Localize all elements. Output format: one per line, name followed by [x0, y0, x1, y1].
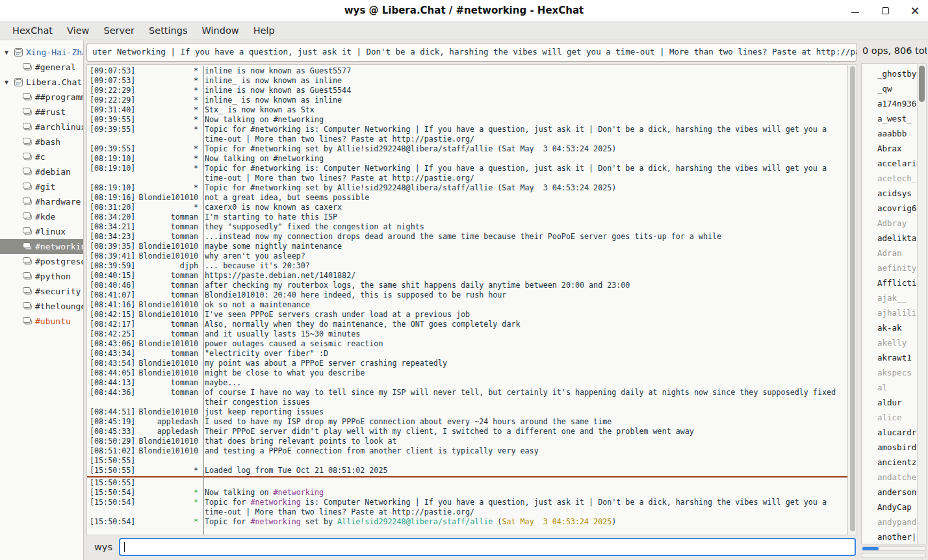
topic-input[interactable]: uter Networking | If you have a question… — [86, 43, 857, 62]
tree-channel-c[interactable]: #c — [0, 149, 83, 164]
user-Abrax[interactable]: Abrax — [862, 141, 917, 156]
user-aldur[interactable]: aldur — [862, 395, 917, 410]
user-aefinity[interactable]: aefinity — [862, 261, 917, 275]
menu-hexchat[interactable]: HexChat — [5, 23, 60, 38]
channel-label: #bash — [35, 137, 60, 147]
tree-network-xing-hai-zhan[interactable]: ▼Xing-Hai-Zhan — [0, 45, 83, 60]
user-another|[interactable]: another| — [862, 529, 917, 544]
user-ancientz[interactable]: ancientz — [862, 455, 917, 470]
userlist-scrollbar[interactable] — [917, 63, 927, 544]
channel-icon — [21, 138, 34, 146]
chat-message-row: [15:50:54]*Now talking on #networking — [87, 488, 847, 498]
tree-network-libera.chat[interactable]: ▼Libera.Chat — [0, 75, 83, 90]
nick: tomman — [136, 349, 198, 359]
nick: Blondie101010 — [136, 310, 198, 320]
menu-help[interactable]: Help — [246, 23, 282, 38]
tree-channel-linux[interactable]: #linux — [0, 224, 83, 239]
user-akelly[interactable]: akelly — [862, 335, 917, 350]
user-andypandy[interactable]: andypandy — [862, 515, 917, 529]
user-acetech_[interactable]: acetech_ — [862, 171, 917, 186]
user-alucardro[interactable]: alucardro — [862, 425, 917, 440]
maximize-icon[interactable] — [879, 4, 892, 17]
chat-message-row: [08:44:13]tommanmaybe... — [87, 378, 847, 388]
user-acovrig60[interactable]: acovrig60 — [862, 201, 917, 216]
user-ajak__[interactable]: ajak__ — [862, 290, 917, 305]
user-acidsys[interactable]: acidsys — [862, 186, 917, 201]
channel-label: ##rust — [35, 107, 66, 117]
menu-window[interactable]: Window — [195, 23, 246, 38]
expander-icon[interactable]: ▼ — [1, 49, 12, 56]
chat-scrollbar-thumb[interactable] — [850, 66, 855, 531]
tree-channel-archlinux[interactable]: #archlinux — [0, 120, 83, 134]
chat-message-row: [08:42:25]tommanand it usually lasts 15~… — [87, 329, 847, 339]
message-text: might be close to what you describe — [198, 368, 847, 378]
user-andatche[interactable]: andatche — [862, 470, 917, 485]
nick: Blondie101010 — [136, 300, 198, 310]
tree-channel-python[interactable]: #python — [0, 269, 83, 284]
minimize-icon[interactable] — [849, 4, 862, 17]
user-ajhalili2[interactable]: ajhalili2 — [862, 305, 917, 320]
user-Afflictio[interactable]: Afflictio — [862, 275, 917, 290]
tree-channel-security[interactable]: #security — [0, 284, 83, 299]
tree-channel-hardware[interactable]: #hardware — [0, 194, 83, 209]
tree-channel-postgresql[interactable]: #postgresql — [0, 254, 83, 269]
user-al[interactable]: al — [862, 380, 917, 395]
timestamp: [09:07:53] — [87, 66, 136, 76]
network-label: Xing-Hai-Zhan — [26, 47, 83, 57]
user-Adran[interactable]: Adran — [862, 246, 917, 261]
tree-channel-kde[interactable]: #kde — [0, 209, 83, 224]
user-a174n936[interactable]: a174n936 — [862, 96, 917, 111]
userlist-scrollbar-thumb[interactable] — [919, 66, 925, 102]
message-text: ... because it's 20:30? — [198, 261, 847, 271]
message-text: not a great idea, but seems possible — [198, 193, 847, 203]
user-anderson[interactable]: anderson — [862, 485, 917, 500]
user-akspecs[interactable]: akspecs — [862, 365, 917, 380]
tree-channel-thelounge[interactable]: #thelounge — [0, 299, 83, 314]
network-icon — [12, 78, 25, 86]
user-accelario[interactable]: accelario — [862, 156, 917, 171]
chat-message-row: [08:40:15]tommanhttps://paste.debian.net… — [87, 271, 847, 281]
timestamp: [09:22:29] — [87, 95, 136, 105]
tree-channel-ubuntu[interactable]: #ubuntu — [0, 314, 83, 329]
tree-channel-programming[interactable]: ##programming — [0, 90, 83, 105]
timestamp: [08:19:16] — [87, 193, 136, 203]
menu-view[interactable]: View — [60, 23, 96, 38]
chat-message-row: [09:39:55]*Now talking on #networking — [87, 115, 847, 125]
user-AndyCap[interactable]: AndyCap — [862, 500, 917, 515]
menu-settings[interactable]: Settings — [142, 23, 194, 38]
message-text: time-out | More than two lines? Paste at… — [198, 507, 847, 517]
user-aaabbb[interactable]: aaabbb — [862, 126, 917, 141]
channel-icon — [21, 227, 34, 236]
close-icon[interactable]: ✕ — [909, 4, 922, 17]
channel-label: #security — [35, 286, 81, 296]
message-text: of course I have no way to tell since my… — [198, 388, 847, 398]
user-akrawt1[interactable]: akrawt1 — [862, 350, 917, 365]
user-a_west_[interactable]: a_west_ — [862, 111, 917, 126]
message-text: Their PPPoE server didn't play well with… — [198, 427, 847, 437]
user-ak-ak[interactable]: ak-ak — [862, 320, 917, 335]
tree-channel-git[interactable]: #git — [0, 179, 83, 194]
user-_qw[interactable]: _qw — [862, 81, 917, 96]
user-_ghostbyt[interactable]: _ghostbyt — [862, 66, 917, 81]
channel-icon — [21, 272, 34, 281]
chat-scrollbar[interactable] — [848, 64, 857, 535]
chat-message-row: [08:19:10]*Now talking on #networking — [87, 154, 847, 164]
tree-channel-general[interactable]: #general — [0, 60, 83, 75]
tree-channel-debian[interactable]: #debian — [0, 164, 83, 179]
expander-icon[interactable]: ▼ — [1, 79, 12, 86]
nick — [136, 456, 198, 466]
timestamp: [08:34:23] — [87, 232, 136, 242]
tree-channel-networking[interactable]: #networking — [0, 239, 83, 254]
user-Adbray[interactable]: Adbray — [862, 216, 917, 231]
menu-server[interactable]: Server — [96, 23, 142, 38]
channel-icon — [21, 212, 34, 221]
user-amosbird[interactable]: amosbird — [862, 440, 917, 455]
message-text: caxerx0 is now known as caxerx — [198, 203, 847, 212]
user-adeliktas[interactable]: adeliktas — [862, 231, 917, 246]
tree-channel-bash[interactable]: #bash — [0, 134, 83, 149]
chat-message-row: [08:50:29]Blondie101010that does bring r… — [87, 437, 847, 446]
user-alice[interactable]: alice — [862, 410, 917, 425]
tree-channel-rust[interactable]: ##rust — [0, 105, 83, 120]
message-input[interactable] — [119, 538, 856, 556]
channel-label: #networking — [35, 242, 83, 251]
